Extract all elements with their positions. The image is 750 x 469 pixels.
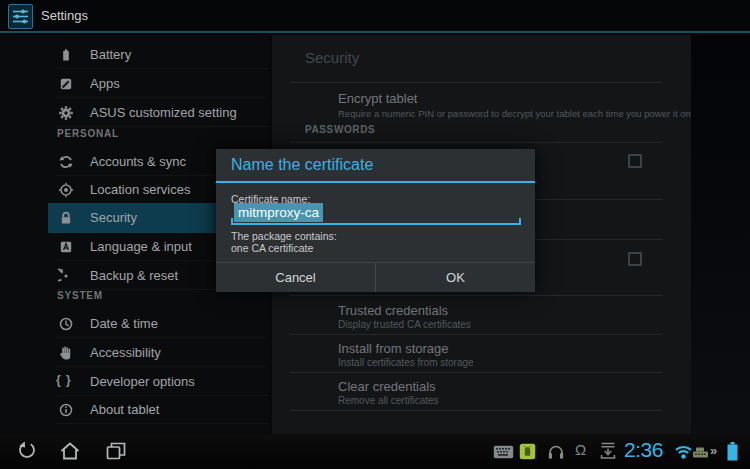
sidebar-section-personal: PERSONAL bbox=[57, 128, 119, 142]
page-title: Settings bbox=[41, 8, 88, 23]
dialog-title-rule bbox=[216, 181, 535, 183]
sidebar-item-developer-options[interactable]: { } Developer options bbox=[0, 368, 268, 396]
back-button[interactable] bbox=[15, 439, 39, 467]
clock-icon bbox=[58, 316, 74, 332]
headphones-icon bbox=[547, 443, 565, 464]
sidebar-item-date-time[interactable]: Date & time bbox=[0, 310, 268, 338]
recent-apps-button[interactable] bbox=[104, 439, 128, 467]
sidebar-item-about-tablet[interactable]: About tablet bbox=[0, 396, 268, 424]
section-header-passwords: PASSWORDS bbox=[305, 124, 375, 135]
wifi-icon bbox=[673, 443, 694, 464]
divider bbox=[290, 410, 662, 411]
background-area bbox=[691, 35, 750, 434]
battery-status-icon bbox=[726, 441, 739, 466]
dialog-button-bar: Cancel OK bbox=[216, 262, 535, 292]
divider bbox=[290, 295, 662, 296]
sidebar-item-accessibility[interactable]: Accessibility bbox=[0, 339, 268, 367]
package-contents-value: one CA certificate bbox=[231, 242, 313, 254]
content-title: Security bbox=[305, 49, 359, 66]
ok-button[interactable]: OK bbox=[376, 263, 535, 292]
settings-app-icon bbox=[8, 4, 33, 29]
input-underline bbox=[231, 223, 521, 225]
expand-chevrons-icon[interactable]: » bbox=[710, 443, 717, 458]
status-clock[interactable]: 2:36 bbox=[624, 438, 663, 462]
backup-icon bbox=[58, 268, 74, 284]
info-icon bbox=[58, 402, 74, 418]
battery-icon bbox=[58, 47, 74, 63]
location-icon bbox=[58, 182, 74, 198]
sync-icon bbox=[58, 154, 74, 170]
sidebar-item-apps[interactable]: Apps bbox=[0, 70, 268, 98]
name-certificate-dialog: Name the certificate Certificate name: m… bbox=[216, 149, 535, 292]
apps-icon bbox=[58, 76, 74, 92]
dock-status-icon bbox=[692, 445, 709, 463]
headset-icon: Ω bbox=[575, 441, 586, 458]
hand-icon bbox=[58, 345, 74, 361]
divider bbox=[290, 142, 662, 143]
divider bbox=[290, 334, 662, 335]
certificate-name-input[interactable]: mitmproxy-ca bbox=[234, 203, 323, 222]
home-button[interactable] bbox=[58, 439, 82, 467]
action-bar: Settings bbox=[0, 0, 750, 33]
braces-icon: { } bbox=[56, 373, 72, 387]
divider bbox=[290, 372, 662, 373]
cancel-button[interactable]: Cancel bbox=[216, 263, 376, 292]
keyboard-status-icon bbox=[493, 445, 514, 463]
system-bar: Ω 2:36 » bbox=[0, 434, 750, 469]
checkbox[interactable] bbox=[628, 154, 642, 168]
package-contains-label: The package contains: bbox=[231, 230, 337, 242]
install-tray-icon bbox=[599, 442, 617, 465]
lock-icon bbox=[58, 210, 74, 226]
checkbox[interactable] bbox=[628, 252, 642, 266]
sidebar-section-system: SYSTEM bbox=[57, 290, 103, 304]
screen: Settings Battery Apps ASUS customized se… bbox=[0, 0, 750, 469]
dialog-title: Name the certificate bbox=[231, 156, 373, 174]
gear-icon bbox=[58, 105, 74, 121]
language-icon bbox=[58, 239, 74, 255]
sidebar-item-battery[interactable]: Battery bbox=[0, 41, 268, 69]
divider bbox=[290, 82, 662, 83]
sidebar-item-asus-customized-setting[interactable]: ASUS customized setting bbox=[0, 99, 268, 127]
usb-debugging-android-icon bbox=[519, 443, 536, 464]
